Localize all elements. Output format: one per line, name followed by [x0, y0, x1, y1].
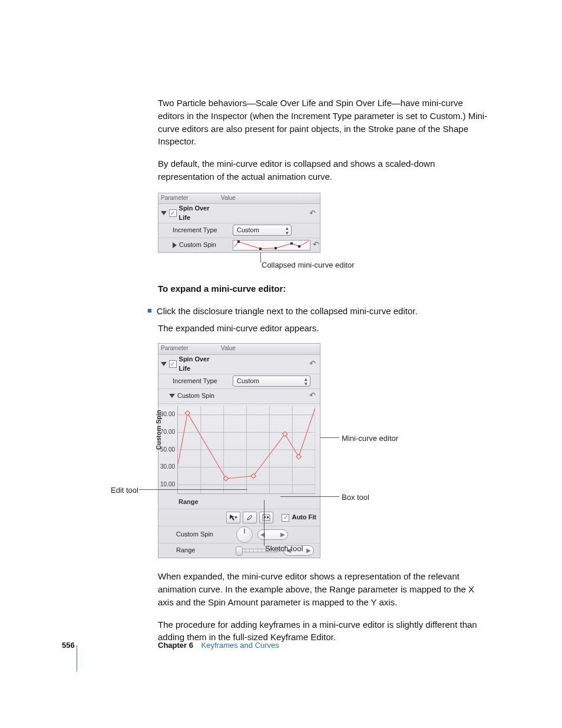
- column-header: Value: [221, 344, 236, 353]
- stepper-right-icon[interactable]: ▶: [279, 531, 286, 539]
- popup-value: Custom: [237, 226, 259, 235]
- popup-arrows-icon: ▴▾: [305, 377, 306, 386]
- chapter-number: Chapter 6: [158, 641, 193, 650]
- autofit-checkbox[interactable]: ✓: [282, 514, 289, 522]
- reset-button-icon[interactable]: ↶: [307, 208, 318, 219]
- parameter-row: Custom Spin: [158, 238, 320, 252]
- sketch-tool-button[interactable]: [243, 512, 257, 523]
- disclosure-triangle-icon[interactable]: [161, 362, 167, 366]
- paragraph: By default, the mini-curve editor is col…: [158, 157, 491, 183]
- parameter-label: Custom Spin: [176, 530, 213, 539]
- parameter-label: Custom Spin: [179, 241, 216, 250]
- callout-label: Mini-curve editor: [342, 433, 398, 444]
- callout-label: Collapsed mini-curve editor: [262, 260, 355, 271]
- disclosure-triangle-icon[interactable]: [173, 242, 177, 248]
- mini-curve-collapsed[interactable]: [233, 240, 310, 251]
- svg-rect-23: [235, 516, 237, 519]
- mini-curve-editor[interactable]: Custom Spin 10.0030.0050.0070.0090.00 Ra…: [158, 406, 320, 510]
- svg-rect-26: [267, 516, 269, 519]
- callout-label: Sketch tool: [265, 543, 303, 555]
- callout-label: Edit tool: [111, 485, 138, 496]
- increment-type-popup[interactable]: Custom ▴▾: [233, 375, 310, 387]
- spin-value-field[interactable]: ◀▶: [257, 529, 288, 540]
- inspector-panel: Parameter Value ✓ Spin Over Life ↶ Incre…: [158, 193, 320, 253]
- pencil-icon: [246, 514, 253, 521]
- y-tick-label: 70.00: [160, 428, 175, 437]
- parameter-row: Custom Spin ↶: [158, 389, 320, 404]
- parameter-row: Increment Type Custom ▴▾: [158, 223, 320, 238]
- svg-rect-18: [223, 476, 228, 480]
- disclosure-triangle-icon[interactable]: [161, 211, 167, 215]
- enable-checkbox[interactable]: ✓: [169, 209, 177, 217]
- enable-checkbox[interactable]: ✓: [169, 360, 177, 368]
- spin-dial[interactable]: [236, 526, 253, 543]
- parameter-label: Custom Spin: [177, 391, 214, 401]
- stepper-right-icon[interactable]: ▶: [305, 546, 312, 555]
- x-axis-title: Range: [158, 496, 320, 509]
- y-tick-label: 30.00: [160, 463, 175, 472]
- reset-button-icon[interactable]: ↶: [310, 239, 321, 251]
- callout-label: Box tool: [342, 492, 369, 503]
- y-tick-label: 10.00: [160, 480, 175, 489]
- procedure-heading: To expand a mini-curve editor:: [158, 282, 491, 295]
- chapter-title: Keyframes and Curves: [201, 641, 279, 650]
- parameter-row: Custom Spin ◀▶: [158, 526, 320, 543]
- popup-value: Custom: [237, 377, 259, 386]
- column-header: Parameter: [161, 344, 221, 353]
- reset-button-icon[interactable]: ↶: [307, 390, 318, 401]
- page-number: 556: [62, 641, 75, 650]
- y-tick-label: 90.00: [160, 410, 175, 419]
- column-header: Value: [221, 194, 236, 203]
- inspector-panel: Parameter Value ✓ Spin Over Life ↶: [158, 343, 320, 558]
- reset-button-icon[interactable]: ↶: [307, 358, 318, 370]
- svg-rect-2: [275, 247, 277, 249]
- autofit-label: Auto Fit: [292, 513, 316, 522]
- parameter-row[interactable]: ✓ Spin Over Life ↶: [158, 355, 320, 374]
- parameter-row[interactable]: ✓ Spin Over Life ↶: [158, 204, 320, 223]
- svg-rect-0: [237, 241, 240, 243]
- paragraph: Two Particle behaviors—Scale Over Life a…: [158, 97, 491, 148]
- paragraph: When expanded, the mini-curve editor sho…: [158, 570, 491, 608]
- bullet-icon: ■: [147, 305, 152, 318]
- increment-type-popup[interactable]: Custom ▴▾: [233, 225, 292, 236]
- procedure-result: The expanded mini-curve editor appears.: [158, 322, 491, 335]
- disclosure-triangle-icon[interactable]: [169, 394, 175, 398]
- parameter-label: Range: [176, 546, 195, 555]
- figure-expanded-inspector: Parameter Value ✓ Spin Over Life ↶: [123, 343, 491, 558]
- procedure-step: Click the disclosure triangle next to th…: [157, 305, 418, 318]
- svg-rect-3: [290, 242, 293, 245]
- popup-arrows-icon: ▴▾: [286, 226, 287, 235]
- parameter-label: Spin Over Life: [179, 355, 221, 374]
- parameter-label: Spin Over Life: [179, 204, 221, 223]
- svg-rect-21: [296, 454, 301, 459]
- margin-rule: [77, 645, 77, 671]
- edit-tool-button[interactable]: [226, 512, 240, 523]
- curve-toolbar: ✓ Auto Fit: [158, 509, 320, 526]
- parameter-label: Increment Type: [173, 226, 217, 235]
- figure-collapsed-inspector: Parameter Value ✓ Spin Over Life ↶ Incre…: [158, 193, 491, 271]
- y-tick-label: 50.00: [160, 445, 175, 454]
- paragraph: The procedure for adding keyframes in a …: [158, 618, 491, 644]
- svg-rect-1: [259, 248, 262, 250]
- column-header: Parameter: [161, 194, 221, 203]
- parameter-label: Increment Type: [173, 377, 217, 386]
- box-tool-button[interactable]: [259, 512, 273, 523]
- parameter-row: Increment Type Custom ▴▾: [158, 374, 320, 389]
- stepper-left-icon[interactable]: ◀: [259, 531, 266, 539]
- svg-rect-4: [298, 245, 300, 248]
- arrow-keyframe-icon: [229, 514, 237, 521]
